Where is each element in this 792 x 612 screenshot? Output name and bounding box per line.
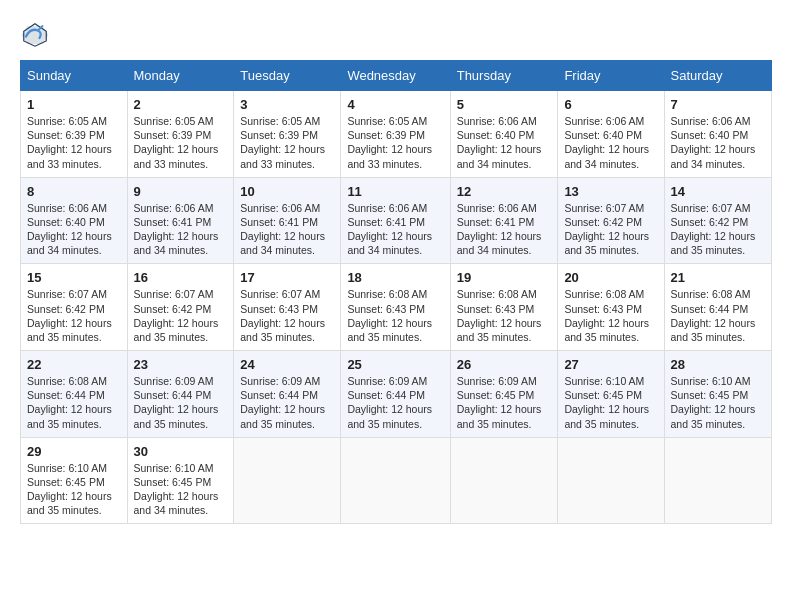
day-detail: Sunrise: 6:09 AM Sunset: 6:44 PM Dayligh… — [240, 374, 334, 431]
calendar-cell: 25Sunrise: 6:09 AM Sunset: 6:44 PM Dayli… — [341, 351, 450, 438]
page-header — [20, 20, 772, 50]
day-header-monday: Monday — [127, 61, 234, 91]
calendar-cell: 5Sunrise: 6:06 AM Sunset: 6:40 PM Daylig… — [450, 91, 558, 178]
day-detail: Sunrise: 6:07 AM Sunset: 6:43 PM Dayligh… — [240, 287, 334, 344]
day-detail: Sunrise: 6:05 AM Sunset: 6:39 PM Dayligh… — [240, 114, 334, 171]
day-detail: Sunrise: 6:06 AM Sunset: 6:40 PM Dayligh… — [564, 114, 657, 171]
day-number: 16 — [134, 270, 228, 285]
calendar-cell: 29Sunrise: 6:10 AM Sunset: 6:45 PM Dayli… — [21, 437, 128, 524]
calendar-cell: 16Sunrise: 6:07 AM Sunset: 6:42 PM Dayli… — [127, 264, 234, 351]
calendar-cell — [450, 437, 558, 524]
calendar-cell: 10Sunrise: 6:06 AM Sunset: 6:41 PM Dayli… — [234, 177, 341, 264]
day-detail: Sunrise: 6:08 AM Sunset: 6:43 PM Dayligh… — [457, 287, 552, 344]
calendar-table: SundayMondayTuesdayWednesdayThursdayFrid… — [20, 60, 772, 524]
day-number: 5 — [457, 97, 552, 112]
day-number: 7 — [671, 97, 766, 112]
calendar-cell: 3Sunrise: 6:05 AM Sunset: 6:39 PM Daylig… — [234, 91, 341, 178]
day-detail: Sunrise: 6:05 AM Sunset: 6:39 PM Dayligh… — [347, 114, 443, 171]
day-header-sunday: Sunday — [21, 61, 128, 91]
day-number: 30 — [134, 444, 228, 459]
day-detail: Sunrise: 6:06 AM Sunset: 6:40 PM Dayligh… — [457, 114, 552, 171]
calendar-cell: 21Sunrise: 6:08 AM Sunset: 6:44 PM Dayli… — [664, 264, 772, 351]
day-detail: Sunrise: 6:09 AM Sunset: 6:44 PM Dayligh… — [134, 374, 228, 431]
day-number: 22 — [27, 357, 121, 372]
calendar-cell — [234, 437, 341, 524]
calendar-cell: 15Sunrise: 6:07 AM Sunset: 6:42 PM Dayli… — [21, 264, 128, 351]
day-number: 6 — [564, 97, 657, 112]
day-detail: Sunrise: 6:06 AM Sunset: 6:41 PM Dayligh… — [240, 201, 334, 258]
day-detail: Sunrise: 6:06 AM Sunset: 6:41 PM Dayligh… — [347, 201, 443, 258]
day-detail: Sunrise: 6:10 AM Sunset: 6:45 PM Dayligh… — [134, 461, 228, 518]
calendar-cell: 8Sunrise: 6:06 AM Sunset: 6:40 PM Daylig… — [21, 177, 128, 264]
calendar-cell: 20Sunrise: 6:08 AM Sunset: 6:43 PM Dayli… — [558, 264, 664, 351]
calendar-cell: 4Sunrise: 6:05 AM Sunset: 6:39 PM Daylig… — [341, 91, 450, 178]
calendar-cell: 7Sunrise: 6:06 AM Sunset: 6:40 PM Daylig… — [664, 91, 772, 178]
calendar-cell — [664, 437, 772, 524]
calendar-cell: 9Sunrise: 6:06 AM Sunset: 6:41 PM Daylig… — [127, 177, 234, 264]
day-header-saturday: Saturday — [664, 61, 772, 91]
day-number: 26 — [457, 357, 552, 372]
day-detail: Sunrise: 6:10 AM Sunset: 6:45 PM Dayligh… — [671, 374, 766, 431]
day-number: 29 — [27, 444, 121, 459]
day-number: 12 — [457, 184, 552, 199]
calendar-cell: 12Sunrise: 6:06 AM Sunset: 6:41 PM Dayli… — [450, 177, 558, 264]
day-number: 27 — [564, 357, 657, 372]
logo-icon — [20, 20, 50, 50]
day-detail: Sunrise: 6:09 AM Sunset: 6:44 PM Dayligh… — [347, 374, 443, 431]
calendar-week-row: 22Sunrise: 6:08 AM Sunset: 6:44 PM Dayli… — [21, 351, 772, 438]
day-detail: Sunrise: 6:08 AM Sunset: 6:43 PM Dayligh… — [347, 287, 443, 344]
day-number: 2 — [134, 97, 228, 112]
calendar-cell — [341, 437, 450, 524]
day-number: 20 — [564, 270, 657, 285]
calendar-week-row: 29Sunrise: 6:10 AM Sunset: 6:45 PM Dayli… — [21, 437, 772, 524]
day-detail: Sunrise: 6:09 AM Sunset: 6:45 PM Dayligh… — [457, 374, 552, 431]
day-number: 11 — [347, 184, 443, 199]
calendar-cell: 30Sunrise: 6:10 AM Sunset: 6:45 PM Dayli… — [127, 437, 234, 524]
day-number: 25 — [347, 357, 443, 372]
day-detail: Sunrise: 6:07 AM Sunset: 6:42 PM Dayligh… — [134, 287, 228, 344]
calendar-cell: 13Sunrise: 6:07 AM Sunset: 6:42 PM Dayli… — [558, 177, 664, 264]
calendar-cell: 23Sunrise: 6:09 AM Sunset: 6:44 PM Dayli… — [127, 351, 234, 438]
day-number: 24 — [240, 357, 334, 372]
day-detail: Sunrise: 6:08 AM Sunset: 6:44 PM Dayligh… — [27, 374, 121, 431]
day-number: 23 — [134, 357, 228, 372]
day-number: 10 — [240, 184, 334, 199]
day-detail: Sunrise: 6:06 AM Sunset: 6:41 PM Dayligh… — [457, 201, 552, 258]
day-detail: Sunrise: 6:07 AM Sunset: 6:42 PM Dayligh… — [27, 287, 121, 344]
day-detail: Sunrise: 6:06 AM Sunset: 6:40 PM Dayligh… — [671, 114, 766, 171]
calendar-cell: 22Sunrise: 6:08 AM Sunset: 6:44 PM Dayli… — [21, 351, 128, 438]
day-header-thursday: Thursday — [450, 61, 558, 91]
day-number: 15 — [27, 270, 121, 285]
day-number: 14 — [671, 184, 766, 199]
calendar-cell: 14Sunrise: 6:07 AM Sunset: 6:42 PM Dayli… — [664, 177, 772, 264]
calendar-week-row: 8Sunrise: 6:06 AM Sunset: 6:40 PM Daylig… — [21, 177, 772, 264]
day-detail: Sunrise: 6:05 AM Sunset: 6:39 PM Dayligh… — [134, 114, 228, 171]
calendar-header-row: SundayMondayTuesdayWednesdayThursdayFrid… — [21, 61, 772, 91]
day-number: 18 — [347, 270, 443, 285]
calendar-week-row: 15Sunrise: 6:07 AM Sunset: 6:42 PM Dayli… — [21, 264, 772, 351]
calendar-cell: 17Sunrise: 6:07 AM Sunset: 6:43 PM Dayli… — [234, 264, 341, 351]
calendar-cell: 2Sunrise: 6:05 AM Sunset: 6:39 PM Daylig… — [127, 91, 234, 178]
calendar-cell: 18Sunrise: 6:08 AM Sunset: 6:43 PM Dayli… — [341, 264, 450, 351]
day-detail: Sunrise: 6:07 AM Sunset: 6:42 PM Dayligh… — [671, 201, 766, 258]
day-detail: Sunrise: 6:06 AM Sunset: 6:40 PM Dayligh… — [27, 201, 121, 258]
day-number: 28 — [671, 357, 766, 372]
day-header-wednesday: Wednesday — [341, 61, 450, 91]
day-detail: Sunrise: 6:10 AM Sunset: 6:45 PM Dayligh… — [564, 374, 657, 431]
day-number: 3 — [240, 97, 334, 112]
calendar-cell: 19Sunrise: 6:08 AM Sunset: 6:43 PM Dayli… — [450, 264, 558, 351]
day-detail: Sunrise: 6:08 AM Sunset: 6:43 PM Dayligh… — [564, 287, 657, 344]
logo — [20, 20, 54, 50]
day-detail: Sunrise: 6:07 AM Sunset: 6:42 PM Dayligh… — [564, 201, 657, 258]
day-number: 19 — [457, 270, 552, 285]
calendar-cell: 24Sunrise: 6:09 AM Sunset: 6:44 PM Dayli… — [234, 351, 341, 438]
day-header-tuesday: Tuesday — [234, 61, 341, 91]
calendar-cell: 26Sunrise: 6:09 AM Sunset: 6:45 PM Dayli… — [450, 351, 558, 438]
day-number: 8 — [27, 184, 121, 199]
day-detail: Sunrise: 6:05 AM Sunset: 6:39 PM Dayligh… — [27, 114, 121, 171]
day-number: 13 — [564, 184, 657, 199]
day-detail: Sunrise: 6:08 AM Sunset: 6:44 PM Dayligh… — [671, 287, 766, 344]
day-detail: Sunrise: 6:06 AM Sunset: 6:41 PM Dayligh… — [134, 201, 228, 258]
day-number: 21 — [671, 270, 766, 285]
calendar-cell: 11Sunrise: 6:06 AM Sunset: 6:41 PM Dayli… — [341, 177, 450, 264]
